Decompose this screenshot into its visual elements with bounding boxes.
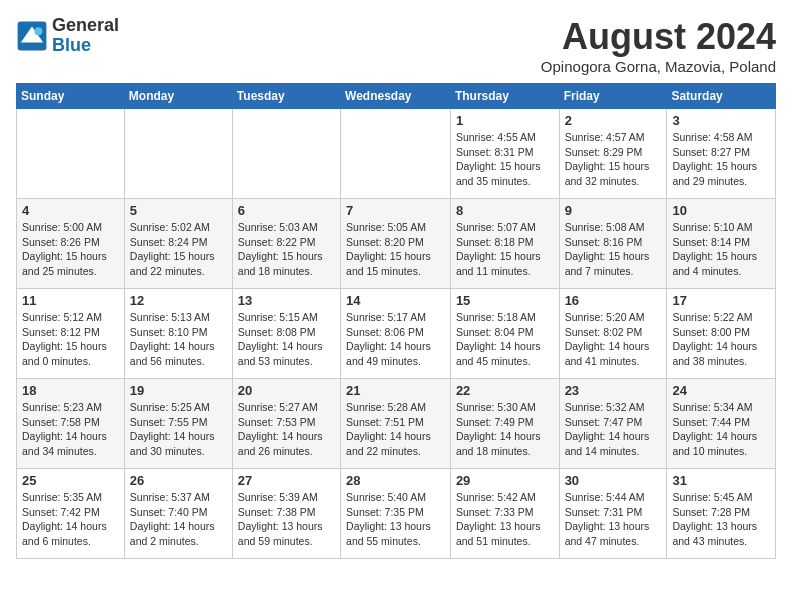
day-info: Sunrise: 5:34 AM Sunset: 7:44 PM Dayligh… [672,400,770,459]
day-number: 22 [456,383,554,398]
calendar-header-friday: Friday [559,84,667,109]
day-number: 3 [672,113,770,128]
calendar-cell: 12Sunrise: 5:13 AM Sunset: 8:10 PM Dayli… [124,289,232,379]
day-number: 16 [565,293,662,308]
day-number: 17 [672,293,770,308]
day-info: Sunrise: 4:55 AM Sunset: 8:31 PM Dayligh… [456,130,554,189]
logo-blue: Blue [52,36,119,56]
calendar-cell: 5Sunrise: 5:02 AM Sunset: 8:24 PM Daylig… [124,199,232,289]
calendar-header-saturday: Saturday [667,84,776,109]
day-number: 28 [346,473,445,488]
day-info: Sunrise: 5:10 AM Sunset: 8:14 PM Dayligh… [672,220,770,279]
calendar-table: SundayMondayTuesdayWednesdayThursdayFrid… [16,83,776,559]
calendar-cell [17,109,125,199]
day-number: 8 [456,203,554,218]
day-number: 20 [238,383,335,398]
day-number: 2 [565,113,662,128]
calendar-cell: 17Sunrise: 5:22 AM Sunset: 8:00 PM Dayli… [667,289,776,379]
day-info: Sunrise: 5:17 AM Sunset: 8:06 PM Dayligh… [346,310,445,369]
location-subtitle: Opinogora Gorna, Mazovia, Poland [541,58,776,75]
day-info: Sunrise: 5:02 AM Sunset: 8:24 PM Dayligh… [130,220,227,279]
day-number: 10 [672,203,770,218]
day-number: 26 [130,473,227,488]
calendar-week-row: 18Sunrise: 5:23 AM Sunset: 7:58 PM Dayli… [17,379,776,469]
calendar-week-row: 1Sunrise: 4:55 AM Sunset: 8:31 PM Daylig… [17,109,776,199]
day-number: 29 [456,473,554,488]
day-info: Sunrise: 5:07 AM Sunset: 8:18 PM Dayligh… [456,220,554,279]
day-info: Sunrise: 5:13 AM Sunset: 8:10 PM Dayligh… [130,310,227,369]
day-number: 4 [22,203,119,218]
day-number: 12 [130,293,227,308]
day-number: 24 [672,383,770,398]
calendar-cell: 29Sunrise: 5:42 AM Sunset: 7:33 PM Dayli… [450,469,559,559]
day-number: 6 [238,203,335,218]
calendar-cell: 6Sunrise: 5:03 AM Sunset: 8:22 PM Daylig… [232,199,340,289]
day-number: 21 [346,383,445,398]
svg-point-2 [34,27,42,35]
day-info: Sunrise: 5:44 AM Sunset: 7:31 PM Dayligh… [565,490,662,549]
day-info: Sunrise: 5:39 AM Sunset: 7:38 PM Dayligh… [238,490,335,549]
logo-icon [16,20,48,52]
calendar-cell [341,109,451,199]
calendar-cell: 27Sunrise: 5:39 AM Sunset: 7:38 PM Dayli… [232,469,340,559]
logo: General Blue [16,16,119,56]
title-block: August 2024 Opinogora Gorna, Mazovia, Po… [541,16,776,75]
day-info: Sunrise: 4:57 AM Sunset: 8:29 PM Dayligh… [565,130,662,189]
day-number: 7 [346,203,445,218]
calendar-cell: 23Sunrise: 5:32 AM Sunset: 7:47 PM Dayli… [559,379,667,469]
day-number: 1 [456,113,554,128]
calendar-cell: 25Sunrise: 5:35 AM Sunset: 7:42 PM Dayli… [17,469,125,559]
calendar-cell: 22Sunrise: 5:30 AM Sunset: 7:49 PM Dayli… [450,379,559,469]
day-info: Sunrise: 5:37 AM Sunset: 7:40 PM Dayligh… [130,490,227,549]
page-header: General Blue August 2024 Opinogora Gorna… [16,16,776,75]
calendar-cell: 24Sunrise: 5:34 AM Sunset: 7:44 PM Dayli… [667,379,776,469]
day-info: Sunrise: 5:20 AM Sunset: 8:02 PM Dayligh… [565,310,662,369]
calendar-cell: 16Sunrise: 5:20 AM Sunset: 8:02 PM Dayli… [559,289,667,379]
calendar-cell: 4Sunrise: 5:00 AM Sunset: 8:26 PM Daylig… [17,199,125,289]
calendar-header-monday: Monday [124,84,232,109]
day-info: Sunrise: 5:35 AM Sunset: 7:42 PM Dayligh… [22,490,119,549]
calendar-cell: 14Sunrise: 5:17 AM Sunset: 8:06 PM Dayli… [341,289,451,379]
day-info: Sunrise: 4:58 AM Sunset: 8:27 PM Dayligh… [672,130,770,189]
day-info: Sunrise: 5:00 AM Sunset: 8:26 PM Dayligh… [22,220,119,279]
calendar-header-row: SundayMondayTuesdayWednesdayThursdayFrid… [17,84,776,109]
day-info: Sunrise: 5:40 AM Sunset: 7:35 PM Dayligh… [346,490,445,549]
day-info: Sunrise: 5:45 AM Sunset: 7:28 PM Dayligh… [672,490,770,549]
calendar-cell: 21Sunrise: 5:28 AM Sunset: 7:51 PM Dayli… [341,379,451,469]
calendar-cell: 13Sunrise: 5:15 AM Sunset: 8:08 PM Dayli… [232,289,340,379]
calendar-header-sunday: Sunday [17,84,125,109]
calendar-week-row: 4Sunrise: 5:00 AM Sunset: 8:26 PM Daylig… [17,199,776,289]
day-info: Sunrise: 5:18 AM Sunset: 8:04 PM Dayligh… [456,310,554,369]
day-info: Sunrise: 5:05 AM Sunset: 8:20 PM Dayligh… [346,220,445,279]
day-info: Sunrise: 5:25 AM Sunset: 7:55 PM Dayligh… [130,400,227,459]
calendar-cell: 28Sunrise: 5:40 AM Sunset: 7:35 PM Dayli… [341,469,451,559]
calendar-cell: 26Sunrise: 5:37 AM Sunset: 7:40 PM Dayli… [124,469,232,559]
logo-general: General [52,16,119,36]
day-info: Sunrise: 5:32 AM Sunset: 7:47 PM Dayligh… [565,400,662,459]
calendar-week-row: 25Sunrise: 5:35 AM Sunset: 7:42 PM Dayli… [17,469,776,559]
calendar-week-row: 11Sunrise: 5:12 AM Sunset: 8:12 PM Dayli… [17,289,776,379]
calendar-cell [124,109,232,199]
day-number: 5 [130,203,227,218]
day-info: Sunrise: 5:42 AM Sunset: 7:33 PM Dayligh… [456,490,554,549]
calendar-cell: 18Sunrise: 5:23 AM Sunset: 7:58 PM Dayli… [17,379,125,469]
calendar-cell: 3Sunrise: 4:58 AM Sunset: 8:27 PM Daylig… [667,109,776,199]
calendar-cell: 1Sunrise: 4:55 AM Sunset: 8:31 PM Daylig… [450,109,559,199]
day-number: 11 [22,293,119,308]
day-number: 14 [346,293,445,308]
day-number: 18 [22,383,119,398]
day-info: Sunrise: 5:30 AM Sunset: 7:49 PM Dayligh… [456,400,554,459]
calendar-cell: 30Sunrise: 5:44 AM Sunset: 7:31 PM Dayli… [559,469,667,559]
logo-text: General Blue [52,16,119,56]
calendar-cell: 31Sunrise: 5:45 AM Sunset: 7:28 PM Dayli… [667,469,776,559]
day-number: 9 [565,203,662,218]
day-info: Sunrise: 5:22 AM Sunset: 8:00 PM Dayligh… [672,310,770,369]
calendar-cell: 7Sunrise: 5:05 AM Sunset: 8:20 PM Daylig… [341,199,451,289]
calendar-cell: 9Sunrise: 5:08 AM Sunset: 8:16 PM Daylig… [559,199,667,289]
calendar-cell: 10Sunrise: 5:10 AM Sunset: 8:14 PM Dayli… [667,199,776,289]
day-info: Sunrise: 5:28 AM Sunset: 7:51 PM Dayligh… [346,400,445,459]
calendar-cell [232,109,340,199]
day-number: 31 [672,473,770,488]
calendar-cell: 15Sunrise: 5:18 AM Sunset: 8:04 PM Dayli… [450,289,559,379]
calendar-header-wednesday: Wednesday [341,84,451,109]
